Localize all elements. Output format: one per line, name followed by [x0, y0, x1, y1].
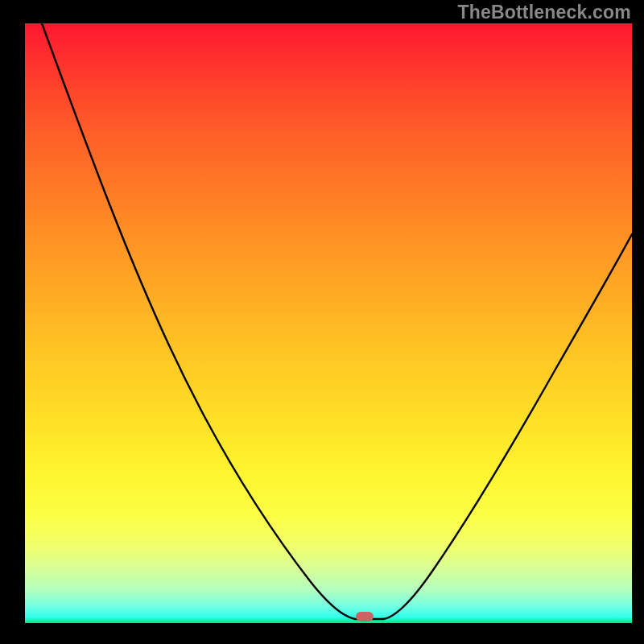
bottleneck-curve: [25, 23, 632, 623]
plot-area: [25, 23, 632, 623]
chart-container: TheBottleneck.com: [0, 0, 644, 644]
watermark-text: TheBottleneck.com: [457, 2, 631, 23]
optimal-marker: [356, 612, 374, 621]
